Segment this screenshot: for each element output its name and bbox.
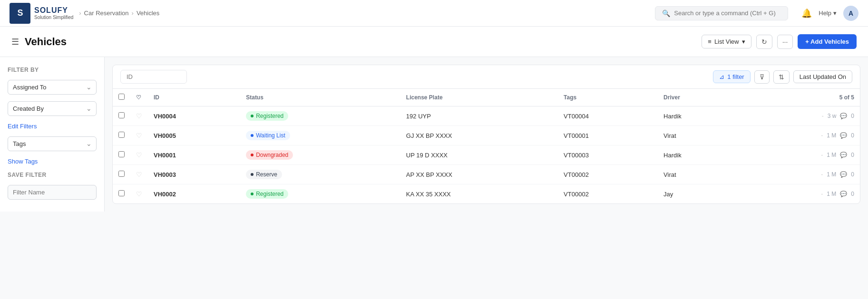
favorite-icon[interactable]: ♡ — [136, 190, 142, 198]
filter-icon-button[interactable]: ⊽ — [754, 70, 770, 84]
row-status-cell: Registered — [240, 106, 400, 126]
comment-icon: 💬 — [840, 113, 847, 119]
table-container: ⊿ 1 filter ⊽ ⇅ Last Updated On — [112, 65, 860, 204]
breadcrumb-vehicles[interactable]: Vehicles — [137, 10, 159, 17]
filter-sidebar: Filter By Assigned To Created By Edit Fi… — [0, 57, 105, 212]
refresh-icon: ↻ — [761, 38, 767, 46]
edit-filters-link[interactable]: Edit Filters — [8, 123, 97, 130]
row-checkbox[interactable] — [118, 112, 125, 118]
row-status-cell: Reserve — [240, 165, 400, 184]
license-plate-header: License Plate — [400, 89, 558, 106]
refresh-button[interactable]: ↻ — [756, 35, 772, 49]
search-input[interactable] — [674, 10, 781, 17]
row-checkbox-cell — [113, 145, 130, 165]
table-row: ♡ VH0003 Reserve AP XX BP XXXX VT00002 V… — [113, 165, 860, 184]
filter-icon: ⊽ — [760, 73, 764, 81]
status-badge: Reserve — [246, 170, 282, 179]
filter-by-label: Filter By — [8, 67, 97, 73]
row-tags-cell: VT00002 — [558, 184, 658, 204]
row-comment-count: 0 — [851, 113, 854, 119]
row-checkbox-cell — [113, 184, 130, 204]
row-time: 1 M — [827, 152, 836, 158]
favorite-icon[interactable]: ♡ — [136, 151, 142, 159]
tags-select[interactable]: Tags — [8, 136, 97, 151]
row-checkbox[interactable] — [118, 132, 125, 138]
row-checkbox[interactable] — [118, 151, 125, 157]
row-checkbox-cell — [113, 106, 130, 126]
header-actions: ≡ List View ▾ ↻ ··· + Add Vehicles — [702, 34, 857, 49]
list-view-button[interactable]: ≡ List View ▾ — [702, 35, 751, 48]
row-tags-cell: VT00004 — [558, 106, 658, 126]
count-header: 5 of 5 — [738, 89, 860, 106]
id-search-input[interactable] — [120, 70, 187, 84]
assigned-to-select[interactable]: Assigned To — [8, 80, 97, 95]
avatar[interactable]: A — [843, 6, 858, 21]
favorite-icon[interactable]: ♡ — [136, 112, 142, 120]
row-favorite-cell: ♡ — [130, 184, 148, 204]
sort-button[interactable]: ⇅ — [773, 70, 790, 84]
sort-icon: ⇅ — [779, 73, 784, 81]
row-id-cell[interactable]: VH0005 — [148, 126, 240, 145]
active-filter-button[interactable]: ⊿ 1 filter — [713, 70, 750, 83]
breadcrumb: › Car Reservation › Vehicles — [79, 10, 159, 17]
filter-name-input[interactable] — [8, 185, 97, 200]
row-time: 1 M — [827, 132, 836, 139]
add-vehicles-button[interactable]: + Add Vehicles — [798, 34, 857, 49]
row-favorite-cell: ♡ — [130, 145, 148, 165]
more-options-button[interactable]: ··· — [777, 35, 793, 49]
row-id-cell[interactable]: VH0004 — [148, 106, 240, 126]
favorite-icon[interactable]: ♡ — [136, 171, 142, 178]
row-favorite-cell: ♡ — [130, 165, 148, 184]
row-id-cell[interactable]: VH0003 — [148, 165, 240, 184]
page-title: Vehicles — [25, 36, 67, 48]
assigned-to-filter-wrapper: Assigned To — [8, 80, 97, 95]
help-button[interactable]: Help ▾ — [819, 10, 837, 17]
top-navigation: S SOLUFY Solution Simplified › Car Reser… — [0, 0, 868, 27]
row-id-cell[interactable]: VH0002 — [148, 184, 240, 204]
row-license-cell: GJ XX BP XXXX — [400, 126, 558, 145]
row-comment-count: 0 — [851, 191, 854, 197]
filter-funnel-icon: ⊿ — [719, 73, 724, 80]
row-status-cell: Waiting List — [240, 126, 400, 145]
comment-icon: 💬 — [840, 171, 847, 178]
toolbar-right: ⊿ 1 filter ⊽ ⇅ Last Updated On — [713, 70, 852, 84]
row-driver-cell: Virat — [658, 165, 738, 184]
breadcrumb-car-reservation[interactable]: Car Reservation — [84, 10, 129, 17]
driver-header: Driver — [658, 89, 738, 106]
table-row: ♡ VH0005 Waiting List GJ XX BP XXXX VT00… — [113, 126, 860, 145]
search-icon: 🔍 — [662, 10, 670, 17]
created-by-select[interactable]: Created By — [8, 101, 97, 116]
row-comment-count: 0 — [851, 152, 854, 158]
select-all-checkbox[interactable] — [118, 94, 125, 100]
search-bar[interactable]: 🔍 — [655, 6, 788, 20]
row-meta-cell: - 3 w 💬 0 — [738, 106, 860, 126]
table-row: ♡ VH0001 Downgraded UP 19 D XXXX VT00003… — [113, 145, 860, 165]
tags-filter-wrapper: Tags — [8, 136, 97, 151]
menu-icon[interactable]: ☰ — [11, 37, 19, 47]
row-tags-cell: VT00003 — [558, 145, 658, 165]
last-updated-button[interactable]: Last Updated On — [793, 70, 852, 83]
brand-sub: Solution Simplified — [34, 15, 73, 20]
row-license-cell: KA XX 35 XXXX — [400, 184, 558, 204]
row-dash: - — [821, 132, 823, 139]
row-driver-cell: Jay — [658, 184, 738, 204]
table-row: ♡ VH0004 Registered 192 UYP VT00004 Hard… — [113, 106, 860, 126]
row-dash: - — [822, 113, 824, 119]
row-checkbox[interactable] — [118, 190, 125, 196]
logo: S SOLUFY Solution Simplified — [10, 3, 73, 24]
row-license-cell: AP XX BP XXXX — [400, 165, 558, 184]
row-checkbox-cell — [113, 165, 130, 184]
row-checkbox[interactable] — [118, 171, 125, 177]
favorite-icon[interactable]: ♡ — [136, 132, 142, 139]
row-dash: - — [821, 171, 823, 178]
status-header: Status — [240, 89, 400, 106]
row-favorite-cell: ♡ — [130, 126, 148, 145]
logo-icon: S — [10, 3, 30, 24]
show-tags-link[interactable]: Show Tags — [8, 158, 97, 165]
row-id-cell[interactable]: VH0001 — [148, 145, 240, 165]
chevron-down-icon: ▾ — [833, 10, 837, 17]
notification-icon[interactable]: 🔔 — [801, 8, 812, 19]
row-tags-cell: VT00002 — [558, 165, 658, 184]
table-toolbar: ⊿ 1 filter ⊽ ⇅ Last Updated On — [113, 65, 860, 89]
comment-icon: 💬 — [840, 152, 847, 158]
